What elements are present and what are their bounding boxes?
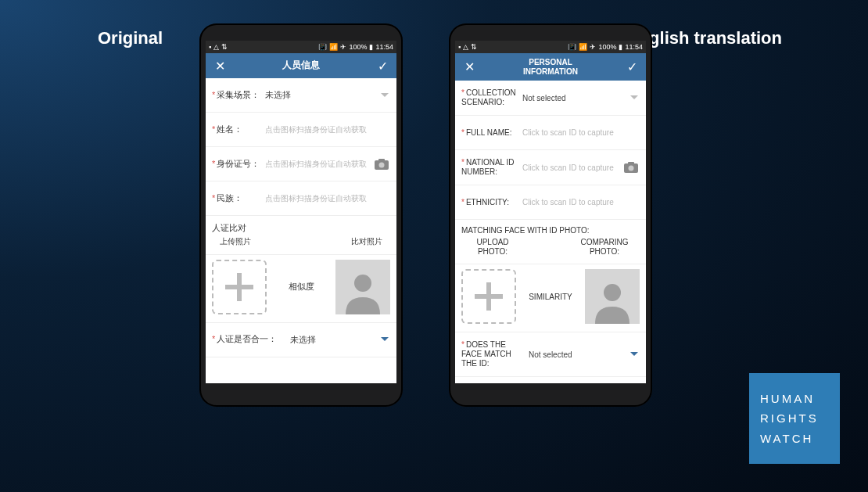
airplane-icon: ✈	[340, 43, 346, 51]
photo-row: 相似度	[206, 255, 396, 323]
airplane-icon: ✈	[590, 43, 596, 51]
form-content: *COLLECTION SCENARIO: Not selected *FULL…	[455, 81, 646, 383]
screen-english: ▪ △ ⇅ 📳 📶 ✈ 100% ▮ 11:54 ✕ PERSONAL INFO…	[455, 41, 646, 383]
scenario-label: *采集场景：	[212, 90, 260, 100]
match-section: MATCHING FACE WITH ID PHOTO: UPLOAD PHOT…	[455, 220, 646, 264]
plus-icon	[224, 271, 255, 303]
facecheck-value: 未选择	[290, 334, 375, 346]
logo-line3: WATCH	[760, 429, 840, 449]
facecheck-label: *DOES THE FACE MATCH THE ID:	[461, 340, 524, 368]
sync-icon: ⇅	[471, 43, 477, 51]
chevron-down-icon	[379, 93, 390, 98]
facecheck-label: *人证是否合一：	[212, 334, 285, 344]
ethnicity-label: *ETHNICITY:	[461, 198, 518, 207]
warning-icon: △	[213, 43, 219, 51]
upload-photo-label: UPLOAD PHOTO:	[469, 238, 516, 256]
heading-original: Original	[98, 28, 163, 48]
fullname-label: *FULL NAME:	[461, 128, 518, 138]
ethnicity-label: *民族：	[212, 193, 260, 203]
svg-point-2	[379, 162, 385, 167]
page-title: 人员信息	[226, 60, 376, 71]
screen-original: ▪ △ ⇅ 📳 📶 ✈ 100% ▮ 11:54 ✕ 人员信息 ✓ *采集场景：…	[206, 41, 396, 383]
hrw-logo: HUMAN RIGHTS WATCH	[749, 373, 840, 464]
row-idnum[interactable]: *NATIONAL ID NUMBER: Click to scan ID to…	[455, 150, 646, 185]
video-icon: ▪	[209, 43, 211, 51]
compare-photo-placeholder	[335, 260, 390, 314]
phone-original: ▪ △ ⇅ 📳 📶 ✈ 100% ▮ 11:54 ✕ 人员信息 ✓ *采集场景：…	[199, 23, 403, 407]
svg-point-3	[354, 275, 371, 292]
close-icon[interactable]: ✕	[463, 59, 475, 74]
compare-photo-label: 比对照片	[351, 237, 382, 246]
match-section: 人证比对 上传照片 比对照片	[206, 216, 396, 255]
chevron-down-icon	[629, 95, 640, 100]
idnum-label: *身份证号：	[212, 159, 260, 169]
close-icon[interactable]: ✕	[213, 59, 226, 74]
svg-point-6	[629, 166, 634, 171]
time-text: 11:54	[375, 43, 393, 51]
wifi-icon: 📶	[329, 43, 338, 51]
row-fullname[interactable]: *FULL NAME: Click to scan ID to capture	[455, 116, 646, 150]
compare-photo-label: COMPARING PHOTO:	[577, 238, 632, 256]
fullname-placeholder: 点击图标扫描身份证自动获取	[265, 124, 390, 135]
row-idnum[interactable]: *身份证号： 点击图标扫描身份证自动获取	[206, 147, 396, 181]
similarity-label: SIMILARITY	[527, 293, 574, 301]
titlebar: ✕ PERSONAL INFORMATION ✓	[455, 53, 646, 81]
fullname-placeholder: Click to scan ID to capture	[522, 128, 640, 137]
svg-point-7	[604, 284, 621, 301]
check-icon[interactable]: ✓	[376, 59, 389, 74]
titlebar: ✕ 人员信息 ✓	[206, 53, 396, 78]
chevron-down-icon	[629, 352, 640, 357]
row-scenario[interactable]: *COLLECTION SCENARIO: Not selected	[455, 81, 646, 116]
logo-line1: HUMAN	[760, 389, 840, 409]
check-icon[interactable]: ✓	[626, 59, 638, 74]
similarity-label: 相似度	[278, 281, 325, 293]
idnum-placeholder: Click to scan ID to capture	[522, 163, 618, 172]
camera-icon[interactable]	[622, 162, 640, 173]
phone-english: ▪ △ ⇅ 📳 📶 ✈ 100% ▮ 11:54 ✕ PERSONAL INFO…	[449, 23, 652, 407]
compare-photo-placeholder	[585, 269, 640, 324]
upload-photo-label: 上传照片	[220, 237, 251, 246]
row-facecheck[interactable]: *人证是否合一： 未选择	[206, 323, 396, 357]
sync-icon: ⇅	[221, 43, 228, 51]
statusbar: ▪ △ ⇅ 📳 📶 ✈ 100% ▮ 11:54	[455, 41, 646, 53]
row-scenario[interactable]: *采集场景： 未选择	[206, 78, 396, 113]
wifi-icon: 📶	[579, 43, 587, 51]
form-content: *采集场景： 未选择 *姓名： 点击图标扫描身份证自动获取 *身份证号： 点击图…	[206, 78, 396, 383]
statusbar: ▪ △ ⇅ 📳 📶 ✈ 100% ▮ 11:54	[206, 41, 396, 53]
ethnicity-placeholder: 点击图标扫描身份证自动获取	[265, 193, 390, 204]
row-facecheck[interactable]: *DOES THE FACE MATCH THE ID: Not selecte…	[455, 332, 646, 377]
fullname-label: *姓名：	[212, 124, 260, 135]
time-text: 11:54	[625, 43, 643, 51]
vibrate-icon: 📳	[568, 43, 576, 51]
warning-icon: △	[463, 43, 468, 51]
signal-text: 100%	[598, 43, 616, 51]
row-ethnicity[interactable]: *民族： 点击图标扫描身份证自动获取	[206, 181, 396, 216]
chevron-down-icon	[379, 337, 390, 342]
row-fullname[interactable]: *姓名： 点击图标扫描身份证自动获取	[206, 113, 396, 147]
page-title: PERSONAL INFORMATION	[475, 58, 626, 76]
vibrate-icon: 📳	[318, 43, 327, 51]
scenario-label: *COLLECTION SCENARIO:	[461, 88, 518, 107]
match-title: 人证比对	[212, 222, 390, 234]
battery-icon: ▮	[369, 43, 373, 51]
idnum-placeholder: 点击图标扫描身份证自动获取	[265, 159, 368, 170]
svg-rect-5	[628, 162, 634, 165]
scenario-value: Not selected	[522, 94, 624, 102]
signal-text: 100%	[349, 43, 367, 51]
logo-line2: RIGHTS	[760, 408, 840, 429]
plus-icon	[473, 281, 504, 312]
video-icon: ▪	[458, 43, 461, 51]
photo-row: SIMILARITY	[455, 264, 646, 332]
idnum-label: *NATIONAL ID NUMBER:	[461, 158, 518, 177]
ethnicity-placeholder: Click to scan ID to capture	[522, 198, 640, 206]
scenario-value: 未选择	[265, 89, 375, 101]
row-ethnicity[interactable]: *ETHNICITY: Click to scan ID to capture	[455, 185, 646, 220]
facecheck-value: Not selected	[529, 350, 624, 359]
match-title: MATCHING FACE WITH ID PHOTO:	[461, 226, 640, 235]
battery-icon: ▮	[619, 43, 622, 51]
svg-rect-1	[378, 159, 385, 162]
upload-photo-button[interactable]	[212, 260, 267, 314]
upload-photo-button[interactable]	[461, 269, 516, 324]
camera-icon[interactable]	[373, 159, 390, 170]
